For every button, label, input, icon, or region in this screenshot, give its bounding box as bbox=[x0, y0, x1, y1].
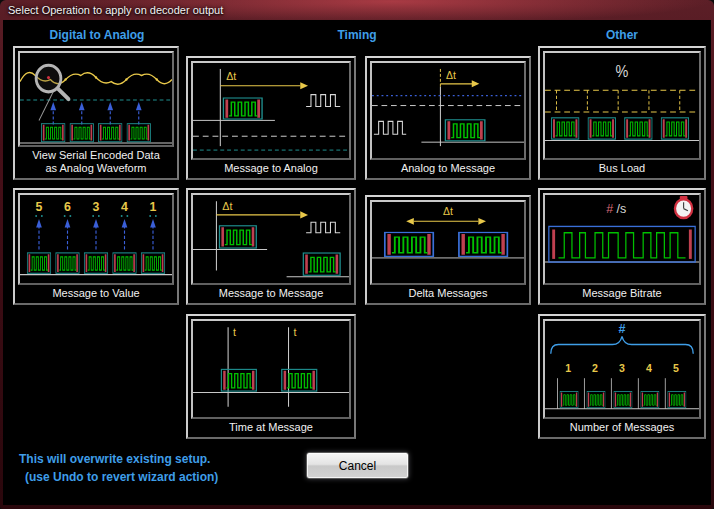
delta-messages-label: Delta Messages bbox=[370, 285, 526, 300]
t-label: t bbox=[293, 326, 296, 338]
message-to-value-label: Message to Value bbox=[18, 285, 174, 300]
percent-label: % bbox=[616, 62, 629, 80]
time-at-message-label: Time at Message bbox=[191, 419, 351, 434]
column-header-timing: Timing bbox=[181, 28, 533, 42]
tile-delta-messages[interactable]: Δt Delta Messages bbox=[365, 195, 531, 305]
number-of-messages-label: Number of Messages bbox=[543, 419, 701, 434]
overwrite-warning-line1: This will overwrite existing setup. bbox=[19, 452, 210, 466]
message-to-analog-label: Message to Analog bbox=[191, 160, 351, 175]
tile-message-to-value[interactable]: 5 6 3 4 1 bbox=[13, 188, 179, 305]
overwrite-warning-line2: (use Undo to revert wizard action) bbox=[25, 470, 218, 484]
view-serial-encoded-data-icon bbox=[18, 51, 174, 147]
delta-messages-icon: Δt bbox=[370, 200, 526, 285]
tile-message-bitrate[interactable]: # /s Message Bitrate bbox=[538, 188, 706, 305]
value-label: 4 bbox=[121, 198, 129, 214]
value-label: 5 bbox=[36, 198, 43, 214]
number-of-messages-icon: # 1 2 3 4 5 bbox=[543, 319, 701, 419]
column-header-digital-to-analog: Digital to Analog bbox=[13, 28, 181, 42]
value-label: 3 bbox=[93, 198, 100, 214]
count-label: 2 bbox=[592, 362, 598, 374]
bus-load-label: Bus Load bbox=[543, 160, 701, 175]
message-to-message-icon: Δt bbox=[191, 193, 351, 285]
tile-number-of-messages[interactable]: # 1 2 3 4 5 bbox=[538, 314, 706, 439]
tile-analog-to-message[interactable]: Δt Analog to Message bbox=[365, 56, 531, 180]
message-to-message-label: Message to Message bbox=[191, 285, 351, 300]
view-serial-encoded-data-label: View Serial Encoded Data as Analog Wavef… bbox=[18, 147, 174, 175]
count-label: 3 bbox=[619, 362, 625, 374]
dialog-content: Digital to Analog Timing Other bbox=[3, 20, 711, 505]
message-to-analog-icon: Δt bbox=[191, 61, 351, 160]
tile-bus-load[interactable]: % Bus Load bbox=[538, 46, 706, 180]
count-label: 5 bbox=[673, 362, 679, 374]
tile-message-to-analog[interactable]: Δt Message to Analog bbox=[186, 56, 356, 180]
hash-label: # bbox=[606, 200, 614, 216]
dialog-window: Select Operation to apply on decoder out… bbox=[0, 0, 714, 509]
count-label: 1 bbox=[565, 362, 571, 374]
delta-t-label: Δt bbox=[443, 204, 453, 216]
message-bitrate-icon: # /s bbox=[543, 193, 701, 285]
analog-to-message-label: Analog to Message bbox=[370, 160, 526, 175]
count-label: 4 bbox=[646, 362, 652, 374]
value-label: 6 bbox=[64, 198, 71, 214]
svg-text:# /s: # /s bbox=[606, 200, 627, 216]
delta-t-label: Δt bbox=[446, 69, 456, 81]
title-bar[interactable]: Select Operation to apply on decoder out… bbox=[0, 0, 714, 20]
bus-load-icon: % bbox=[543, 51, 701, 160]
brace-glyph bbox=[551, 336, 693, 353]
column-header-other: Other bbox=[538, 28, 706, 42]
tile-view-serial-encoded-data[interactable]: View Serial Encoded Data as Analog Wavef… bbox=[13, 46, 179, 180]
delta-t-label: Δt bbox=[226, 70, 236, 82]
hash-label: # bbox=[619, 321, 626, 336]
time-at-message-icon: t t bbox=[191, 319, 351, 419]
message-bitrate-label: Message Bitrate bbox=[543, 285, 701, 300]
value-label: 1 bbox=[150, 198, 157, 214]
clock-icon bbox=[675, 196, 692, 218]
delta-t-label: Δt bbox=[222, 199, 233, 211]
per-second-label: /s bbox=[617, 200, 627, 216]
t-label: t bbox=[233, 326, 236, 338]
tile-message-to-message[interactable]: Δt Message to Message bbox=[186, 188, 356, 305]
cancel-button[interactable]: Cancel bbox=[306, 452, 409, 479]
message-to-value-icon: 5 6 3 4 1 bbox=[18, 193, 174, 285]
tile-time-at-message[interactable]: t t Time at Message bbox=[186, 314, 356, 439]
window-title: Select Operation to apply on decoder out… bbox=[0, 0, 714, 20]
analog-to-message-icon: Δt bbox=[370, 61, 526, 160]
